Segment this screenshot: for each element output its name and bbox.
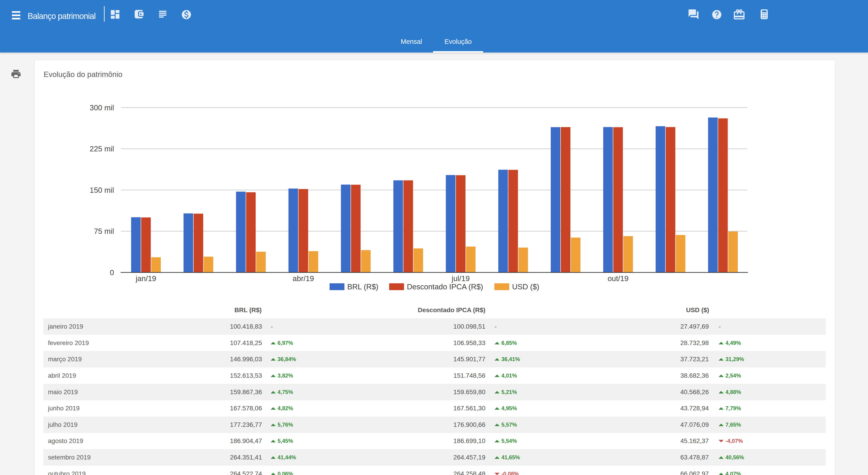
svg-text:BRL (R$): BRL (R$) [347, 283, 378, 291]
svg-text:75 mil: 75 mil [94, 227, 114, 235]
svg-text:0: 0 [110, 268, 114, 277]
svg-text:Descontado IPCA (R$): Descontado IPCA (R$) [407, 283, 483, 291]
svg-text:USD ($): USD ($) [512, 283, 539, 291]
svg-text:225 mil: 225 mil [90, 145, 114, 153]
svg-text:jul/19: jul/19 [452, 274, 470, 283]
svg-text:jan/19: jan/19 [135, 274, 156, 283]
svg-text:150 mil: 150 mil [90, 186, 114, 194]
svg-text:300 mil: 300 mil [90, 103, 114, 112]
svg-text:abr/19: abr/19 [292, 274, 314, 283]
svg-text:out/19: out/19 [608, 274, 629, 283]
